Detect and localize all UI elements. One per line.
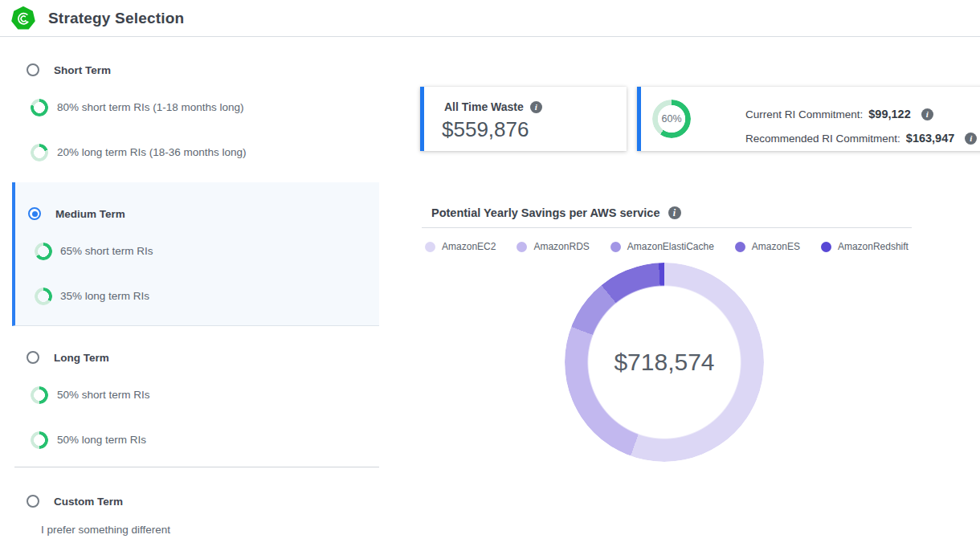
allocation-label: 50% short term RIs <box>57 386 150 404</box>
allocation-row: 20% long term RIs (18-36 months long) <box>0 144 394 161</box>
current-commitment-value: $99,122 <box>868 108 910 120</box>
radio-medium-term[interactable] <box>28 207 41 220</box>
radio-long-term[interactable] <box>27 351 39 364</box>
allocation-row: 80% short term RIs (1-18 months long) <box>0 99 394 116</box>
legend-label: AmazonRedshift <box>838 241 909 252</box>
chart-legend: AmazonEC2AmazonRDSAmazonElastiCacheAmazo… <box>422 241 912 252</box>
radio-option-long-term[interactable]: Long Term <box>0 351 394 365</box>
allocation-row: 65% short term RIs <box>15 243 377 260</box>
selected-option-panel-medium-term[interactable]: Medium Term 65% short term RIs 35% long … <box>12 182 379 326</box>
legend-item-AmazonRedshift[interactable]: AmazonRedshift <box>821 241 909 252</box>
allocation-label: 65% short term RIs <box>60 243 153 260</box>
strategy-selection-page: Strategy Selection Short Term 80% short … <box>0 0 980 555</box>
radio-custom-term[interactable] <box>27 495 39 508</box>
allocation-label: 50% long term RIs <box>57 431 146 449</box>
option-label-long-term: Long Term <box>54 351 109 365</box>
allocation-label: 35% long term RIs <box>60 288 149 305</box>
page-header: Strategy Selection <box>0 0 980 37</box>
allocation-ring-50-percent-short <box>31 386 48 404</box>
info-icon[interactable]: i <box>668 206 681 219</box>
allocation-ring-80-percent <box>31 99 48 116</box>
legend-dot-icon <box>517 242 527 252</box>
info-icon[interactable]: i <box>965 133 977 145</box>
option-label-short-term: Short Term <box>54 63 111 78</box>
radio-option-custom-term[interactable]: Custom Term <box>0 495 394 509</box>
info-icon[interactable]: i <box>530 101 542 113</box>
radio-option-short-term[interactable]: Short Term <box>0 63 394 78</box>
allocation-row: 50% short term RIs <box>0 386 394 404</box>
legend-item-AmazonRDS[interactable]: AmazonRDS <box>517 241 589 252</box>
custom-term-description: I prefer something different <box>41 521 170 539</box>
chart-title: Potential Yearly Savings per AWS service <box>431 206 660 219</box>
info-icon[interactable]: i <box>921 108 933 120</box>
legend-item-AmazonEC2[interactable]: AmazonEC2 <box>425 241 496 252</box>
all-time-waste-label: All Time Waste <box>444 100 524 113</box>
sidebar-divider <box>14 467 379 467</box>
allocation-label: 20% long term RIs (18-36 months long) <box>57 144 247 161</box>
option-label-custom-term: Custom Term <box>54 495 123 509</box>
legend-item-AmazonES[interactable]: AmazonES <box>735 241 800 252</box>
allocation-row: 50% long term RIs <box>0 431 394 449</box>
allocation-ring-35-percent <box>35 288 52 305</box>
legend-dot-icon <box>610 242 621 252</box>
page-title: Strategy Selection <box>48 10 184 27</box>
allocation-ring-20-percent <box>31 144 48 161</box>
legend-label: AmazonES <box>752 241 800 252</box>
recommended-commitment-row: Recommended RI Commitment: $163,947 i <box>745 132 977 145</box>
app-logo-icon <box>11 6 35 31</box>
allocation-row: 35% long term RIs <box>15 288 377 305</box>
current-commitment-label: Current RI Commitment: <box>745 108 863 120</box>
legend-dot-icon <box>425 242 435 252</box>
legend-label: AmazonElastiCache <box>627 241 714 252</box>
commitment-gauge-percent: 60% <box>652 100 691 138</box>
legend-dot-icon <box>735 242 745 252</box>
allocation-ring-65-percent <box>35 243 52 260</box>
chart-divider <box>422 227 912 228</box>
radio-option-medium-term[interactable]: Medium Term <box>15 207 377 222</box>
legend-label: AmazonRDS <box>533 241 589 252</box>
legend-label: AmazonEC2 <box>442 241 496 252</box>
legend-item-AmazonElastiCache[interactable]: AmazonElastiCache <box>610 241 714 252</box>
recommended-commitment-value: $163,947 <box>906 132 954 145</box>
all-time-waste-card: All Time Waste i $559,876 <box>420 87 627 151</box>
option-label-medium-term: Medium Term <box>55 207 125 222</box>
allocation-ring-50-percent-long <box>31 431 48 449</box>
all-time-waste-value: $559,876 <box>442 117 529 142</box>
donut-center-total: $718,574 <box>565 263 764 462</box>
allocation-label: 80% short term RIs (1-18 months long) <box>57 99 244 116</box>
current-commitment-row: Current RI Commitment: $99,122 i <box>745 108 933 120</box>
ri-commitment-card: 60% Current RI Commitment: $99,122 i Rec… <box>637 87 980 151</box>
chart-header: Potential Yearly Savings per AWS service… <box>431 206 681 219</box>
recommended-commitment-label: Recommended RI Commitment: <box>745 133 900 145</box>
radio-short-term[interactable] <box>27 63 39 76</box>
legend-dot-icon <box>821 242 831 252</box>
